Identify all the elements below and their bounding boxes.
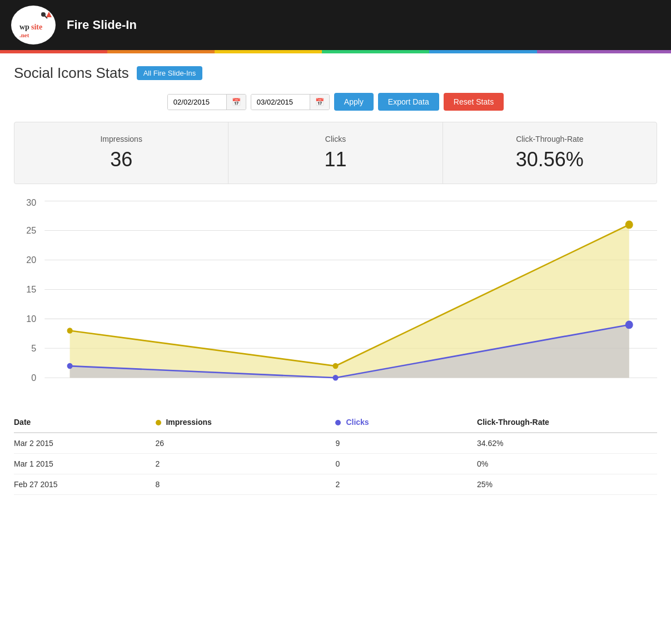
ctr-label: Click-Through-Rate: [449, 135, 651, 143]
svg-text:wp: wp: [19, 23, 29, 31]
app-title: Fire Slide-In: [67, 18, 137, 32]
svg-text:site: site: [31, 23, 42, 31]
col-header-ctr: Click-Through-Rate: [477, 412, 657, 433]
cell-clicks: 2: [335, 474, 477, 495]
cell-clicks: 9: [335, 433, 477, 454]
chart-container: 0 5 10 15 20 25 30: [14, 195, 657, 395]
col-header-impressions: Impressions: [156, 412, 336, 433]
controls-row: 📅 📅 Apply Export Data Reset Stats: [14, 93, 657, 111]
ctr-stat: Click-Through-Rate 30.56%: [443, 122, 657, 184]
click-dot-3: [625, 321, 633, 329]
apply-button[interactable]: Apply: [334, 93, 374, 111]
impressions-stat: Impressions 36: [14, 122, 228, 184]
clicks-value: 11: [234, 148, 436, 171]
table-row: Mar 2 2015 26 9 34.62%: [14, 433, 657, 454]
clicks-stat: Clicks 11: [228, 122, 442, 184]
impression-dot-3: [625, 221, 633, 229]
click-dot-1: [67, 363, 73, 369]
app-header: wp site .net Fire Slide-In: [0, 0, 671, 50]
cell-ctr: 0%: [477, 454, 657, 474]
date-to-input[interactable]: [251, 95, 310, 110]
cell-impressions: 2: [156, 454, 336, 474]
col-header-clicks: Clicks: [335, 412, 477, 433]
svg-text:20: 20: [26, 254, 36, 265]
clicks-dot-icon: [335, 420, 341, 425]
cell-date: Mar 2 2015: [14, 433, 156, 454]
cell-clicks: 0: [335, 454, 477, 474]
date-from-input[interactable]: [168, 95, 226, 110]
table-row: Mar 1 2015 2 0 0%: [14, 454, 657, 474]
svg-text:.net: .net: [19, 32, 29, 38]
page-title-row: Social Icons Stats All Fire Slide-Ins: [14, 65, 657, 82]
impressions-dot-icon: [156, 420, 161, 425]
impressions-label: Impressions: [20, 135, 222, 143]
impression-dot-2: [332, 363, 338, 369]
svg-marker-6: [46, 12, 52, 17]
table-header-row: Date Impressions Clicks Click-Through-Ra…: [14, 412, 657, 433]
svg-text:30: 30: [26, 197, 36, 208]
svg-text:5: 5: [31, 343, 36, 353]
cell-date: Mar 1 2015: [14, 454, 156, 474]
svg-text:10: 10: [26, 313, 36, 324]
date-from-wrap: 📅: [167, 94, 246, 110]
chart-svg: 0 5 10 15 20 25 30: [14, 195, 657, 395]
ctr-value: 30.56%: [449, 148, 651, 171]
click-dot-2: [332, 375, 338, 381]
cell-impressions: 8: [156, 474, 336, 495]
cell-impressions: 26: [156, 433, 336, 454]
cell-date: Feb 27 2015: [14, 474, 156, 495]
svg-text:25: 25: [26, 225, 36, 235]
svg-point-5: [41, 12, 46, 17]
date-to-wrap: 📅: [251, 94, 330, 110]
reset-button[interactable]: Reset Stats: [444, 93, 504, 111]
table-row: Feb 27 2015 8 2 25%: [14, 474, 657, 495]
all-slide-ins-button[interactable]: All Fire Slide-Ins: [137, 66, 203, 80]
cell-ctr: 25%: [477, 474, 657, 495]
data-table: Date Impressions Clicks Click-Through-Ra…: [14, 412, 657, 495]
date-from-calendar-button[interactable]: 📅: [226, 95, 246, 110]
logo: wp site .net: [11, 6, 56, 44]
export-button[interactable]: Export Data: [378, 93, 439, 111]
svg-text:15: 15: [26, 284, 36, 294]
col-header-date: Date: [14, 412, 156, 433]
page-title: Social Icons Stats: [14, 65, 129, 82]
table-body: Mar 2 2015 26 9 34.62% Mar 1 2015 2 0 0%…: [14, 433, 657, 495]
clicks-label: Clicks: [234, 135, 436, 143]
date-to-calendar-button[interactable]: 📅: [310, 95, 329, 110]
stats-box: Impressions 36 Clicks 11 Click-Through-R…: [14, 122, 657, 184]
impressions-value: 36: [20, 148, 222, 171]
svg-text:0: 0: [31, 372, 36, 383]
cell-ctr: 34.62%: [477, 433, 657, 454]
main-content: Social Icons Stats All Fire Slide-Ins 📅 …: [0, 53, 671, 506]
impression-dot-1: [67, 328, 73, 334]
